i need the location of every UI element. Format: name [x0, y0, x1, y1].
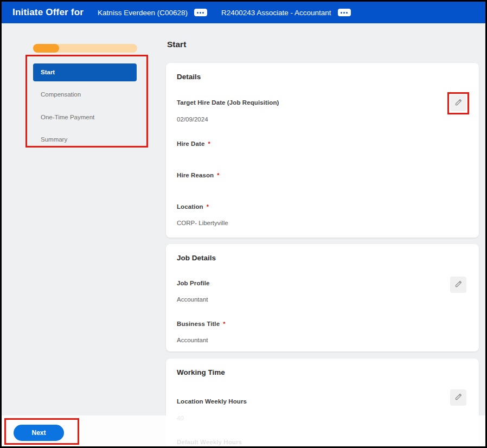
details-card-title: Details	[177, 73, 201, 81]
working-time-card-title: Working Time	[177, 368, 225, 376]
job-details-card: Job Details Job Profile Accountant Busin…	[166, 244, 479, 351]
working-time-edit-button[interactable]	[450, 389, 466, 406]
sidebar-step-summary[interactable]: Summary	[41, 136, 67, 143]
progress-bar-fill	[33, 44, 59, 53]
job-requisition-title: R2400243 Associate - Accountant	[221, 9, 331, 17]
page-title: Start	[167, 40, 186, 49]
required-asterisk: *	[208, 140, 210, 147]
required-asterisk: *	[207, 203, 209, 210]
job-details-edit-button[interactable]	[450, 277, 466, 293]
pencil-icon	[454, 393, 463, 402]
field-label: Business Title*	[177, 321, 226, 327]
header-bar: Initiate Offer for Katniss Everdeen (C00…	[2, 2, 485, 23]
details-edit-button[interactable]	[450, 95, 466, 111]
requisition-related-actions-button[interactable]	[338, 9, 351, 16]
job-details-card-title: Job Details	[177, 254, 216, 262]
ellipsis-icon	[341, 12, 348, 14]
field-value: Accountant	[177, 337, 208, 343]
field-label: Job Profile	[177, 280, 210, 286]
required-asterisk: *	[217, 172, 219, 178]
ellipsis-icon	[197, 12, 204, 14]
progress-bar	[33, 44, 137, 53]
field-label: Target Hire Date (Job Requisition)	[177, 99, 279, 106]
field-label: Hire Reason*	[177, 172, 220, 178]
next-button[interactable]: Next	[14, 425, 64, 441]
sidebar-step-one-time-payment[interactable]: One-Time Payment	[41, 114, 94, 120]
field-label: Hire Date*	[177, 140, 210, 147]
field-value: Accountant	[177, 296, 208, 303]
details-card: Details Target Hire Date (Job Requisitio…	[166, 63, 479, 238]
required-asterisk: *	[223, 321, 225, 327]
page-header-title: Initiate Offer for	[12, 7, 84, 18]
sidebar-step-start[interactable]: Start	[33, 63, 137, 81]
field-value: 02/09/2024	[177, 116, 208, 123]
candidate-related-actions-button[interactable]	[194, 9, 207, 16]
field-label: Location Weekly Hours	[177, 398, 247, 405]
footer-bar: Next	[2, 415, 485, 446]
pencil-icon	[454, 98, 463, 108]
field-label: Location*	[177, 203, 209, 210]
pencil-icon	[454, 280, 463, 290]
initiate-offer-window: Initiate Offer for Katniss Everdeen (C00…	[0, 0, 487, 448]
sidebar-step-compensation[interactable]: Compensation	[41, 91, 81, 98]
field-value: CORP- Libertyville	[177, 220, 228, 226]
candidate-name: Katniss Everdeen (C00628)	[98, 9, 188, 17]
